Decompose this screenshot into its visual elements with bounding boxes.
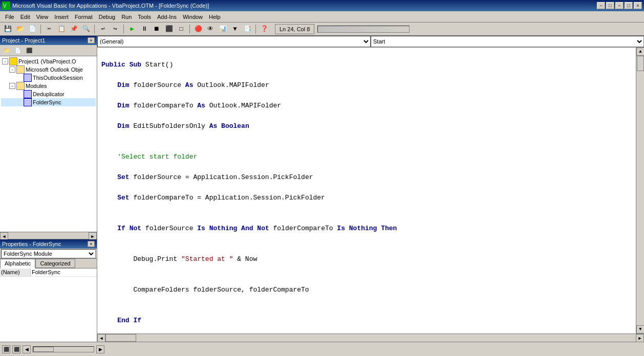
hscroll-thumb[interactable] [105, 334, 136, 342]
foldersync-icon [24, 98, 32, 106]
tree-label-project1: Project1 (VbaProject.O [18, 58, 76, 64]
code-line-4: Dim EditSubfoldersOnly As Boolean [101, 121, 632, 131]
menu-view[interactable]: View [33, 13, 52, 21]
menu-insert[interactable]: Insert [51, 13, 72, 21]
properties-panel-title: Properties - FolderSync [2, 241, 88, 247]
code-line-8: Set folderCompareTo = Application.Sessio… [101, 193, 632, 203]
props-content: (Name) FolderSync [0, 269, 97, 342]
menu-tools[interactable]: Tools [135, 13, 154, 21]
toolbar-progress [317, 26, 410, 33]
code-object-select[interactable]: (General) [97, 36, 371, 47]
hscroll-track[interactable] [105, 334, 636, 342]
code-editor[interactable]: Public Sub Start() Dim folderSource As O… [97, 48, 636, 333]
code-line-2: Dim folderSource As Outlook.MAPIFolder [101, 80, 632, 91]
hscroll-bottom-track[interactable] [33, 346, 94, 352]
menu-debug[interactable]: Debug [96, 13, 118, 21]
code-proc-select[interactable]: Start [371, 36, 644, 47]
menu-addins[interactable]: Add-Ins [154, 13, 180, 21]
tb-copy-btn[interactable]: 📋 [56, 24, 67, 34]
vscroll-up[interactable]: ▲ [636, 48, 644, 56]
tree-item-deduplicator[interactable]: Deduplicator [1, 90, 96, 98]
menu-file[interactable]: File [2, 13, 17, 21]
menu-window[interactable]: Window [180, 13, 206, 21]
menu-edit[interactable]: Edit [17, 13, 33, 21]
tb-pause-btn[interactable]: ⏸ [139, 24, 150, 34]
tb-cut-btn[interactable]: ✂ [44, 24, 55, 34]
menu-format[interactable]: Format [72, 13, 96, 21]
tb-save-btn[interactable]: 💾 [2, 24, 13, 34]
tb-watch-btn[interactable]: 👁 [205, 24, 216, 34]
vscroll-thumb[interactable] [637, 56, 644, 71]
code-line-14: CompareFolders folderSource, folderCompa… [101, 285, 632, 295]
code-hscrollbar[interactable]: ◀ ▶ [97, 333, 644, 342]
properties-panel-header: Properties - FolderSync × [0, 239, 97, 249]
tree-item-foldersync[interactable]: FolderSync [1, 98, 96, 106]
tb-design-btn[interactable]: ⬛ [163, 24, 175, 34]
code-line-6: 'Select start folder [101, 152, 632, 162]
menu-run[interactable]: Run [118, 13, 135, 21]
svg-text:V: V [3, 3, 7, 9]
tb-stop-btn[interactable]: ⏹ [151, 24, 162, 34]
tree-item-outlook[interactable]: - Microsoft Outlook Obje [1, 65, 96, 74]
tb-run-btn[interactable]: ▶ [126, 24, 138, 34]
code-line-1: Public Sub Start() [101, 60, 632, 70]
status-content: ⬛ ⬛ ◀ ▶ [2, 345, 104, 353]
tb-redo-btn[interactable]: ↪ [110, 24, 121, 34]
project-panel-header: Project - Project1 × [0, 36, 97, 45]
tb-add-btn[interactable]: 📄 [27, 24, 38, 34]
project-panel-close[interactable]: × [88, 37, 95, 43]
title-maximize-button[interactable]: □ [625, 2, 633, 9]
tree-expand-outlook[interactable]: - [9, 66, 15, 73]
project-hscroll[interactable]: ◀ ▶ [0, 232, 97, 239]
props-object-select[interactable]: FolderSync Module [1, 249, 96, 258]
tree-expand-modules[interactable]: - [9, 83, 15, 89]
project-tree: - Project1 (VbaProject.O - Microsoft Out… [0, 56, 97, 232]
tb-bp-btn[interactable]: 🔴 [192, 24, 204, 34]
tab-categorized[interactable]: Categorized [35, 259, 75, 268]
pt-btn3[interactable]: ⬛ [24, 46, 35, 56]
project1-icon [9, 57, 17, 65]
app-restore-button[interactable]: □ [606, 2, 614, 9]
menu-bar: File Edit View Insert Format Debug Run T… [0, 11, 644, 23]
props-tabs: Alphabetic Categorized [0, 259, 97, 269]
code-vscrollbar[interactable]: ▲ ▼ [636, 48, 644, 333]
tree-label-foldersync: FolderSync [33, 99, 61, 105]
tb-help-btn[interactable]: ❓ [259, 24, 270, 34]
tb-userform-btn[interactable]: □ [176, 24, 187, 34]
title-close-button[interactable]: × [634, 2, 642, 9]
title-minimize-button[interactable]: − [615, 2, 624, 9]
hscroll-right[interactable]: ▶ [636, 334, 644, 342]
menu-help[interactable]: Help [206, 13, 224, 21]
tree-item-modules[interactable]: - Modules [1, 82, 96, 90]
tb-callstack-btn[interactable]: 📑 [242, 24, 253, 34]
tb-undo-btn[interactable]: ↩ [97, 24, 109, 34]
project-toolbar: 📁 📄 ⬛ [0, 45, 97, 56]
code-line-3: Dim folderCompareTo As Outlook.MAPIFolde… [101, 101, 632, 111]
vscroll-track[interactable] [636, 56, 644, 325]
properties-panel-close[interactable]: × [88, 241, 95, 247]
tree-item-project1[interactable]: - Project1 (VbaProject.O [1, 57, 96, 65]
tb-open-btn[interactable]: 📂 [14, 24, 26, 34]
code-line-10: If Not folderSource Is Nothing And Not f… [101, 224, 632, 234]
tb-find-btn[interactable]: 🔍 [80, 24, 92, 34]
vscroll-down[interactable]: ▼ [636, 325, 644, 333]
tb-paste-btn[interactable]: 📌 [68, 24, 79, 34]
code-line-12: Debug.Print "Started at " & Now [101, 254, 632, 264]
hscroll-bottom-left[interactable]: ◀ [23, 345, 31, 353]
prop-row-name: (Name) FolderSync [0, 269, 97, 277]
hscroll-left[interactable]: ◀ [97, 334, 105, 342]
tb-locals-btn[interactable]: 📊 [217, 24, 228, 34]
hscroll-bottom-right[interactable]: ▶ [96, 345, 104, 353]
tree-label-modules: Modules [26, 83, 47, 89]
tree-expand-project1[interactable]: - [2, 58, 8, 64]
status-icon2: ⬛ [12, 345, 20, 353]
pt-btn1[interactable]: 📁 [1, 46, 12, 56]
app-minimize-button[interactable]: − [597, 2, 605, 9]
tree-item-session[interactable]: ThisOutlookSession [1, 74, 96, 82]
pt-btn2[interactable]: 📄 [12, 46, 24, 56]
hscroll-bottom-thumb [33, 347, 54, 352]
tb-sep2 [94, 25, 95, 34]
tb-immed-btn[interactable]: ▼ [229, 24, 241, 34]
tab-alphabetic[interactable]: Alphabetic [0, 259, 35, 269]
tb-sep4 [189, 25, 190, 34]
